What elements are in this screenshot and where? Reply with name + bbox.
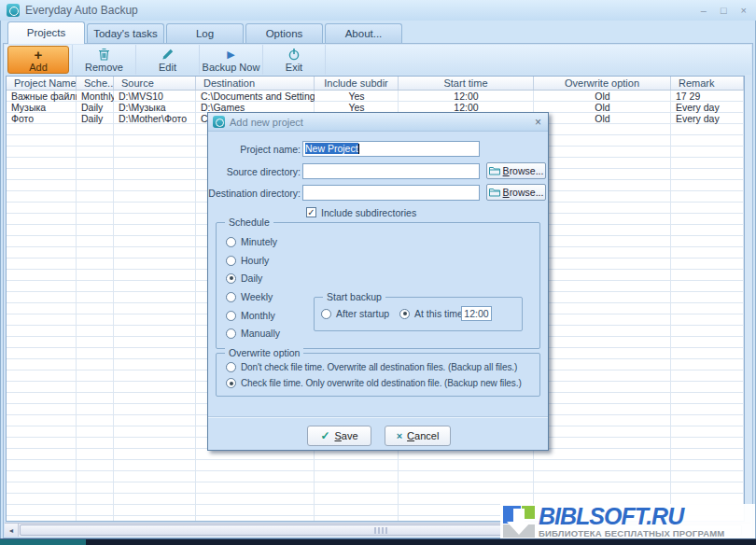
radio-icon — [226, 256, 236, 266]
radio-label: Minutely — [241, 236, 277, 247]
radio-monthly[interactable]: Monthly — [226, 310, 275, 321]
biblsoft-watermark: BIBLSOFT.RU БИБЛИОТЕКА БЕСПЛАТНЫХ ПРОГРА… — [500, 504, 755, 539]
download-arrow-icon — [503, 506, 535, 538]
tab-todays-tasks[interactable]: Today's tasks — [87, 23, 164, 43]
column-header[interactable]: Destination — [196, 77, 315, 90]
remove-button-label: Remove — [85, 62, 123, 73]
radio-manually[interactable]: Manually — [226, 328, 280, 339]
cell: Every day — [671, 102, 744, 113]
window-bottom-frame — [0, 538, 756, 545]
edit-button[interactable]: Edit — [135, 45, 199, 75]
tab-bar: Projects Today's tasks Log Options About… — [3, 21, 753, 43]
exit-button[interactable]: Exit — [262, 45, 326, 75]
save-button-label: Save — [334, 430, 357, 441]
cell: Daily — [77, 113, 114, 124]
cell: Monthly — [77, 91, 114, 102]
plus-icon: + — [35, 48, 43, 62]
close-icon[interactable]: × — [741, 5, 747, 16]
pencil-icon — [161, 48, 174, 62]
radio-weekly[interactable]: Weekly — [226, 291, 273, 302]
scrollbar-grip-icon — [374, 527, 387, 534]
radio-hourly[interactable]: Hourly — [226, 255, 269, 266]
cancel-button[interactable]: × Cancel — [385, 426, 451, 446]
exit-button-label: Exit — [286, 62, 302, 73]
watermark-subtitle: БИБЛИОТЕКА БЕСПЛАТНЫХ ПРОГРАММ — [539, 529, 724, 538]
radio-icon — [226, 292, 236, 302]
dialog-title: Add new project — [230, 117, 303, 128]
tab-about[interactable]: About... — [325, 23, 402, 43]
watermark-title: BIBLSOFT.RU — [539, 505, 724, 528]
include-subdirectories-checkbox[interactable]: ✓ — [306, 207, 316, 217]
folder-icon — [489, 166, 500, 175]
save-button[interactable]: ✓ Save — [307, 426, 371, 446]
minimize-icon[interactable]: – — [701, 5, 707, 16]
schedule-legend: Schedule — [225, 217, 273, 228]
radio-label: Daily — [241, 272, 262, 284]
edit-button-label: Edit — [159, 62, 176, 73]
radio-at-this-time[interactable]: At this time: — [399, 308, 466, 319]
table-row[interactable]: Важные файлы Monthly D:\MVS10 C:\Documen… — [7, 91, 744, 102]
backup-now-button-label: Backup Now — [203, 62, 260, 73]
column-header[interactable]: Sche... — [77, 77, 114, 90]
remove-button[interactable]: Remove — [72, 45, 135, 75]
tab-projects[interactable]: Projects — [7, 21, 85, 44]
radio-minutely[interactable]: Minutely — [226, 236, 277, 247]
radio-icon — [226, 362, 236, 372]
trash-icon — [98, 48, 110, 62]
text-caret — [358, 144, 359, 154]
add-button-label: Add — [29, 62, 48, 73]
cell: C:\Documents and Settings — [196, 91, 315, 102]
radio-daily[interactable]: Daily — [226, 272, 262, 284]
radio-after-startup[interactable]: After startup — [321, 308, 389, 319]
cell: Yes — [315, 91, 399, 102]
radio-label: Manually — [241, 328, 280, 339]
dialog-separator — [208, 416, 548, 418]
source-directory-input[interactable] — [302, 163, 480, 179]
column-header[interactable]: Remark — [671, 77, 744, 90]
cell: 17 29 — [671, 91, 744, 102]
column-header[interactable]: Include subdir — [315, 77, 399, 90]
cell: D:\Mother\Фото — [114, 113, 196, 124]
radio-label: Weekly — [241, 291, 273, 302]
column-header[interactable]: Project Name — [7, 77, 77, 90]
cell: Музыка — [7, 102, 77, 113]
cell: Daily — [77, 102, 114, 113]
browse-button-label: Browse... — [503, 187, 544, 198]
table-header-row: Project Name Sche... Source Destination … — [7, 77, 744, 91]
backup-now-button[interactable]: ▶ Backup Now — [199, 45, 262, 75]
radio-label: Hourly — [241, 255, 269, 266]
browse-button-label: Browse... — [503, 165, 544, 176]
project-name-input[interactable]: New Project — [302, 141, 480, 157]
browse-destination-button[interactable]: Browse... — [486, 184, 546, 201]
cell: Every day — [671, 113, 744, 124]
add-button[interactable]: + Add — [7, 46, 69, 74]
destination-directory-input[interactable] — [302, 185, 480, 201]
maximize-icon[interactable]: □ — [721, 5, 727, 16]
app-window: Everyday Auto Backup – □ × Projects Toda… — [0, 0, 756, 545]
play-icon: ▶ — [227, 48, 234, 62]
tab-options[interactable]: Options — [245, 23, 323, 43]
column-header[interactable]: Source — [114, 77, 196, 90]
radio-overwrite-old[interactable]: Check file time. Only overwrite old dest… — [226, 378, 522, 388]
cell: Важные файлы — [7, 91, 77, 102]
browse-source-button[interactable]: Browse... — [486, 162, 546, 179]
dialog-title-bar: Add new project × — [208, 113, 548, 132]
scroll-left-arrow-icon[interactable]: ◄ — [5, 524, 19, 537]
radio-label: After startup — [336, 308, 389, 319]
tab-log[interactable]: Log — [166, 23, 244, 43]
dialog-close-icon[interactable]: × — [533, 117, 543, 128]
toolbar: + Add Remove Edit ▶ Backup Now — [5, 45, 751, 75]
selected-text: New Project — [305, 143, 358, 154]
radio-label: Check file time. Only overwrite old dest… — [241, 378, 522, 388]
radio-label: At this time: — [414, 308, 466, 319]
column-header[interactable]: Overwrite option — [534, 77, 671, 90]
column-header[interactable]: Start time — [399, 77, 534, 90]
window-title: Everyday Auto Backup — [25, 4, 138, 17]
radio-overwrite-all[interactable]: Don't check file time. Overwrite all des… — [226, 362, 517, 372]
cell: D:\Музыка — [114, 102, 196, 113]
power-icon — [287, 48, 301, 62]
start-backup-groupbox: Start backup After startup At this time:… — [314, 297, 523, 331]
radio-label: Don't check file time. Overwrite all des… — [241, 362, 517, 372]
time-input[interactable]: 12:00 — [461, 306, 492, 321]
radio-icon — [399, 309, 410, 319]
